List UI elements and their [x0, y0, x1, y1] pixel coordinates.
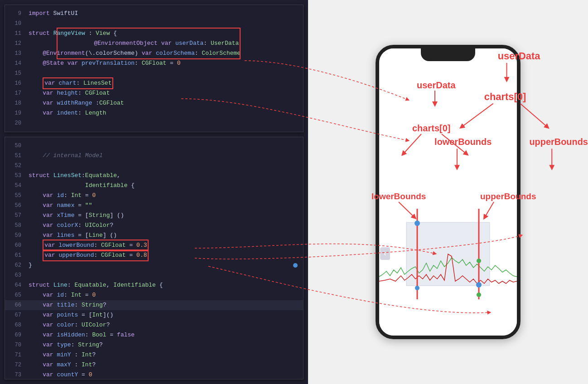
annotation-upperBounds: upperBounds — [529, 137, 588, 147]
phone-notch — [421, 48, 475, 61]
code-line-71: 71 var minY : Int? — [5, 350, 303, 360]
code-line-20: 20 — [5, 118, 303, 128]
code-line-56: 56 var namex = "" — [5, 201, 303, 211]
code-line-69: 69 var isHidden: Bool = false — [5, 330, 303, 340]
code-line-53: 53 struct LinesSet:Equatable, — [5, 171, 303, 181]
code-line-16: 16 var chart: LinesSet — [5, 78, 303, 88]
code-line-19: 19 var indent: Length — [5, 108, 303, 118]
code-line-52: 52 — [5, 161, 303, 171]
code-line-66: 66 var title: String? — [5, 300, 303, 310]
code-line-54: 54 Identifiable { — [5, 181, 303, 191]
code-line-68: 68 var color: UIColor? — [5, 320, 303, 330]
code-line-18: 18 var widthRange :CGFloat — [5, 98, 303, 108]
code-line-63: 63 — [5, 270, 303, 280]
code-line-72: 72 var maxY : Int? — [5, 360, 303, 370]
right-panel: ‹ userData charts[0] lowerBounds upperBo… — [308, 0, 588, 384]
code-line-17: 17 var height: CGFloat — [5, 88, 303, 98]
svg-text:‹: ‹ — [383, 250, 387, 258]
code-block-bottom: 50 51 // internal Model 52 53 struct Lin… — [5, 137, 304, 379]
code-line-12: 12 @EnvironmentObject var userData: User… — [5, 38, 303, 48]
code-block-top: 9 import SwiftUI 10 11 struct RangeView … — [5, 5, 304, 132]
code-line-61: 61 var upperBound: CGFloat = 0.8 — [5, 250, 303, 260]
svg-line-12 — [520, 104, 547, 127]
code-editor-panel: 9 import SwiftUI 10 11 struct RangeView … — [0, 0, 308, 384]
code-line-64: 64 struct Line: Equatable, Identifiable … — [5, 280, 303, 290]
code-line-62: 62 } — [5, 260, 303, 270]
code-line-51: 51 // internal Model — [5, 151, 303, 161]
code-line-67: 67 var points = [Int]() — [5, 310, 303, 320]
code-line-65: 65 var id: Int = 0 — [5, 290, 303, 300]
code-line-60: 60 var lowerBound: CGFloat = 0.3 — [5, 240, 303, 250]
chart-svg: ‹ — [379, 204, 517, 304]
svg-point-6 — [415, 286, 419, 290]
svg-point-5 — [477, 259, 481, 263]
code-line-73: 73 var countY = 0 — [5, 370, 303, 379]
code-line-70: 70 var type: String? — [5, 340, 303, 350]
phone-mockup: ‹ — [376, 45, 521, 339]
phone-screen: ‹ — [379, 48, 517, 336]
svg-point-7 — [477, 293, 481, 297]
code-line-15: 15 — [5, 68, 303, 78]
code-line-9: 9 import SwiftUI — [5, 9, 303, 19]
code-line-50: 50 — [5, 141, 303, 151]
code-line-58: 58 var colorX: UIColor? — [5, 221, 303, 230]
svg-point-4 — [476, 282, 482, 288]
code-line-59: 59 var lines = [Line] () — [5, 230, 303, 240]
svg-point-3 — [414, 221, 420, 226]
code-line-55: 55 var id: Int = 0 — [5, 191, 303, 201]
code-line-57: 57 var xTime = [String] () — [5, 211, 303, 221]
